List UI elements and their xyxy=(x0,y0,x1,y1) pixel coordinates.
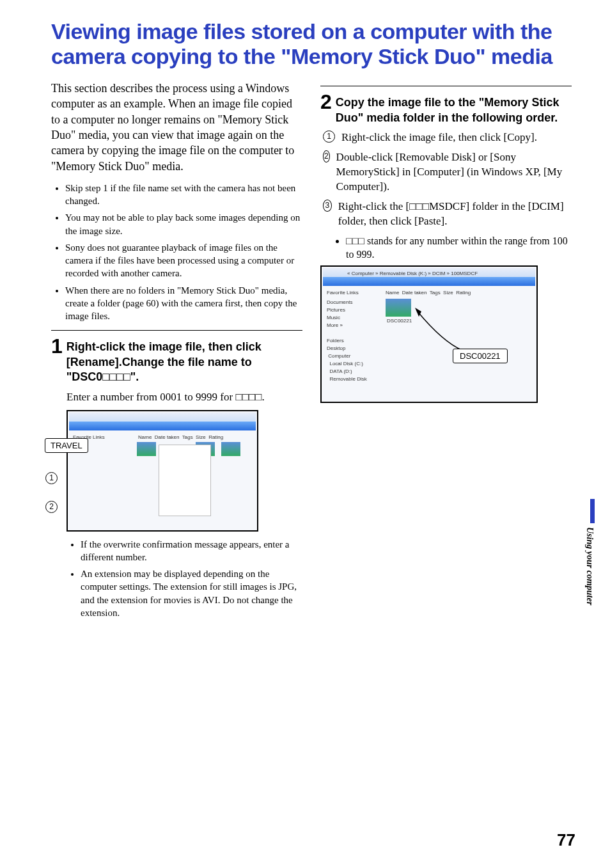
intro-paragraph: This section describes the process using… xyxy=(51,81,302,174)
substep: 3 Right-click the [□□□MSDCF] folder in t… xyxy=(323,200,572,229)
screenshot-rename: TRAVEL 1 2 Favorite Links Name Date take… xyxy=(66,410,258,532)
step-body: Enter a number from 0001 to 9999 for □□□… xyxy=(66,390,302,405)
sub-note: □□□ stands for any number within the ran… xyxy=(320,234,572,262)
section-tab: Using your computer xyxy=(582,499,595,620)
step-1: 1 Right-click the image file, then click… xyxy=(51,336,302,384)
screenshot-paste: « Computer » Removable Disk (K:) » DCIM … xyxy=(320,265,538,403)
separator xyxy=(51,330,302,331)
note-item: If the overwrite confirmation message ap… xyxy=(81,538,302,564)
circled-2-icon: 2 xyxy=(323,150,330,162)
step-heading: Copy the image file to the "Memory Stick… xyxy=(336,95,572,125)
step-heading: Right-click the image file, then click [… xyxy=(66,340,302,384)
substep: 1 Right-click the image file, then click… xyxy=(323,130,572,145)
step-number: 2 xyxy=(320,91,332,112)
callout-marker-2: 2 xyxy=(45,501,58,513)
note-item: When there are no folders in "Memory Sti… xyxy=(65,284,302,323)
substep: 2 Double-click [Removable Disk] or [Sony… xyxy=(323,150,572,194)
substep-text: Right-click the image file, then click [… xyxy=(341,130,537,145)
separator xyxy=(320,86,572,86)
step-2: 2 Copy the image file to the "Memory Sti… xyxy=(320,91,572,125)
substep-text: Double-click [Removable Disk] or [Sony M… xyxy=(336,150,572,194)
travel-callout: TRAVEL xyxy=(45,438,88,453)
callout-marker-1: 1 xyxy=(45,472,58,484)
page-number: 77 xyxy=(557,830,575,850)
step-number: 1 xyxy=(51,336,63,356)
section-tab-label: Using your computer xyxy=(584,527,595,605)
substep-text: Right-click the [□□□MSDCF] folder in the… xyxy=(338,200,572,229)
note-item: Skip step 1 if the file name set with th… xyxy=(65,182,302,208)
substeps-list: 1 Right-click the image file, then click… xyxy=(320,130,572,229)
note-item: Sony does not guarantee playback of imag… xyxy=(65,241,302,280)
sub-note-text: □□□ stands for any number within the ran… xyxy=(346,234,572,262)
notes-list: Skip step 1 if the file name set with th… xyxy=(51,182,302,323)
dsc-callout: DSC00221 xyxy=(453,349,508,363)
note-item: An extension may be displayed depending … xyxy=(81,567,302,619)
note-item: You may not be able to play back some im… xyxy=(65,211,302,237)
circled-3-icon: 3 xyxy=(323,200,332,212)
circled-1-icon: 1 xyxy=(323,130,335,143)
page-title: Viewing image files stored on a computer… xyxy=(51,19,572,69)
step1-post-notes: If the overwrite confirmation message ap… xyxy=(66,538,302,620)
